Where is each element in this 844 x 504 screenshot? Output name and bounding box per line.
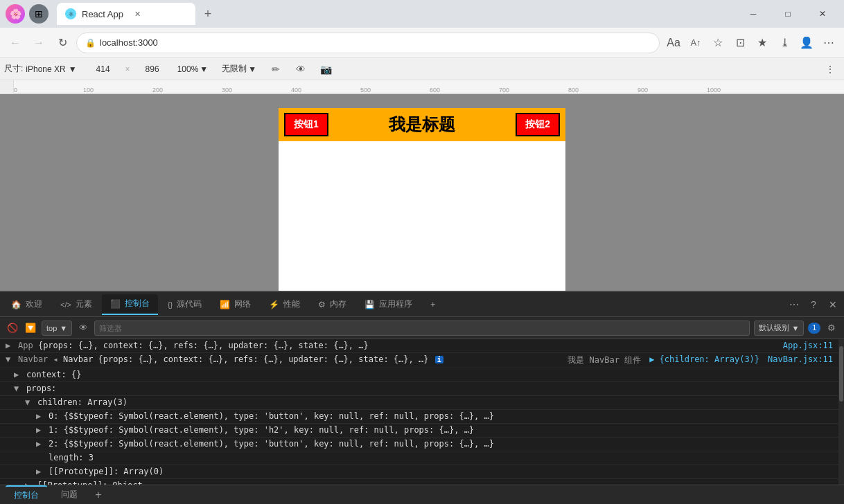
downloads-button[interactable]: ⤓ — [775, 33, 794, 53]
expand-arrow[interactable]: ▶ — [36, 467, 46, 476]
bottom-tab-issues[interactable]: 问题 — [53, 486, 86, 503]
tab-application-label: 应用程序 — [379, 298, 412, 310]
level-selector[interactable]: 默认级别 ▼ — [754, 321, 805, 336]
scrollbar-thumb[interactable] — [839, 346, 843, 402]
collapse-arrow[interactable]: ▼ — [14, 384, 24, 393]
console-line-children: ▼ children: Array(3) — [0, 396, 838, 410]
navbar-title: 我是标题 — [328, 114, 516, 136]
ruler-mark: 900 — [638, 87, 648, 93]
tab-sources[interactable]: {} 源代码 — [159, 294, 210, 315]
new-tab-button[interactable]: + — [198, 4, 218, 24]
scrollbar[interactable] — [838, 339, 844, 485]
expand-arrow[interactable]: ▶ — [36, 439, 46, 449]
app-body — [279, 141, 565, 280]
tab-performance-label: 性能 — [283, 298, 300, 310]
device-selector[interactable]: 尺寸: iPhone XR ▼ — [0, 62, 81, 76]
expand-arrow[interactable]: ▶ — [36, 411, 46, 421]
navbar-button-2[interactable]: 按钮2 — [516, 113, 560, 136]
eyedropper-button[interactable]: ✏ — [267, 61, 284, 78]
children-preview[interactable]: ▶ {children: Array(3)} — [649, 354, 759, 364]
log-source[interactable]: App.jsx:11 — [783, 341, 833, 350]
console-content: ▶ App {props: {…}, context: {…}, refs: {… — [0, 339, 844, 485]
throttle-selector[interactable]: 无限制 ▼ — [219, 62, 259, 76]
show-media-queries-button[interactable]: 👁 — [292, 61, 309, 78]
console-line-app: ▶ App {props: {…}, context: {…}, refs: {… — [0, 339, 838, 353]
devtools-help-button[interactable]: ? — [805, 296, 822, 313]
new-panel-button[interactable]: + — [91, 488, 105, 502]
height-input[interactable]: 896 — [139, 64, 166, 74]
profile-button[interactable]: 👤 — [797, 33, 816, 53]
split-view-button[interactable]: ⊡ — [730, 33, 750, 53]
collapse-arrow[interactable]: ▼ — [6, 354, 15, 364]
favorites-button[interactable]: ☆ — [708, 33, 728, 53]
console-toolbar: 🚫 🔽 top ▼ 👁 默认级别 ▼ 1 ⚙ — [0, 317, 844, 339]
console-line-navbar: ▼ Navbar ◂ Navbar {props: {…}, context: … — [0, 353, 838, 368]
tab-welcome-label: 欢迎 — [26, 298, 42, 310]
tab-elements[interactable]: </> 元素 — [52, 294, 100, 315]
tab-more[interactable]: + — [422, 294, 443, 315]
tab-console-label: 控制台 — [125, 298, 150, 309]
badge-message: 我是 NavBar 组件 — [568, 354, 641, 366]
tab-welcome[interactable]: 🏠 欢迎 — [3, 294, 51, 315]
devtools-close-button[interactable]: ✕ — [825, 296, 841, 313]
horizontal-ruler: 0 100 200 300 400 500 600 700 800 900 10… — [14, 80, 844, 93]
capture-button[interactable]: 📷 — [317, 61, 334, 78]
console-line-length: ▶ length: 3 — [0, 451, 838, 465]
browser-window: 🌸 ⊞ ⚛ React App ✕ + ─ □ ✕ ← → ↻ 🔒 localh… — [0, 0, 844, 504]
more-options-button[interactable]: ⋮ — [822, 61, 838, 78]
dimension-separator: × — [125, 64, 130, 74]
filter-input[interactable] — [94, 321, 749, 336]
level-dropdown-icon: ▼ — [792, 324, 800, 332]
expand-arrow[interactable]: ▶ — [14, 370, 24, 379]
phone-viewport: 按钮1 我是标题 按钮2 — [279, 108, 565, 291]
address-bar[interactable]: 🔒 localhost:3000 — [76, 33, 660, 53]
forward-button[interactable]: → — [29, 33, 49, 53]
log-source[interactable]: NavBar.jsx:11 — [768, 354, 833, 364]
tab-memory[interactable]: ⚙ 内存 — [310, 294, 355, 315]
settings-button[interactable]: ⋯ — [819, 33, 838, 53]
eye-button[interactable]: 👁 — [76, 321, 90, 335]
tab-network[interactable]: 📶 网络 — [211, 294, 259, 315]
collapse-arrow[interactable]: ▼ — [25, 397, 35, 407]
collections-button[interactable]: ★ — [753, 33, 772, 53]
reload-button[interactable]: ↻ — [53, 33, 72, 53]
ruler-mark: 600 — [430, 87, 440, 93]
maximize-button[interactable]: □ — [772, 3, 804, 25]
bottom-tab-console[interactable]: 控制台 — [6, 485, 47, 504]
context-selector[interactable]: top ▼ — [42, 321, 72, 336]
minimize-button[interactable]: ─ — [737, 3, 769, 25]
tab-application[interactable]: 💾 应用程序 — [356, 294, 421, 315]
level-value: 默认级别 — [759, 323, 789, 333]
clear-console-button[interactable]: 🚫 — [6, 321, 19, 335]
ruler-row: 0 100 200 300 400 500 600 700 800 900 10… — [0, 80, 844, 94]
tab-close-button[interactable]: ✕ — [132, 8, 143, 19]
zoom-selector[interactable]: 100% ▼ — [175, 63, 211, 75]
filter-toggle-button[interactable]: 🔽 — [24, 321, 37, 335]
log-content: length: 3 — [49, 453, 94, 462]
ruler-mark: 700 — [499, 87, 509, 93]
log-content: props: — [26, 384, 56, 393]
expand-arrow[interactable]: ▶ — [6, 341, 15, 350]
device-toolbar: 尺寸: iPhone XR ▼ 414 × 896 100% ▼ 无限制 ▼ ✏… — [0, 58, 844, 80]
avatar: 🌸 — [6, 4, 25, 24]
performance-icon: ⚡ — [269, 300, 279, 309]
console-settings-button[interactable]: ⚙ — [825, 321, 838, 335]
navbar-button-1[interactable]: 按钮1 — [284, 113, 328, 136]
expand-arrow[interactable]: ▶ — [36, 425, 46, 435]
read-mode-button[interactable]: Aa — [664, 33, 683, 53]
devtools-more-button[interactable]: ⋯ — [786, 296, 802, 313]
width-input[interactable]: 414 — [89, 64, 117, 74]
window-controls: ─ □ ✕ — [737, 3, 838, 25]
tab-performance[interactable]: ⚡ 性能 — [261, 294, 308, 315]
sources-icon: {} — [168, 300, 173, 309]
tab-console[interactable]: ⬛ 控制台 — [102, 294, 158, 315]
close-button[interactable]: ✕ — [807, 3, 838, 25]
device-dropdown-icon: ▼ — [69, 64, 77, 74]
tab-elements-label: 元素 — [76, 298, 92, 310]
ruler-mark: 500 — [360, 87, 371, 93]
back-button[interactable]: ← — [6, 33, 25, 53]
profile-icon[interactable]: ⊞ — [29, 4, 49, 24]
title-bar-left: 🌸 ⊞ — [6, 4, 49, 24]
reader-view-button[interactable]: A↑ — [686, 33, 705, 53]
browser-tab[interactable]: ⚛ React App ✕ — [57, 3, 195, 25]
